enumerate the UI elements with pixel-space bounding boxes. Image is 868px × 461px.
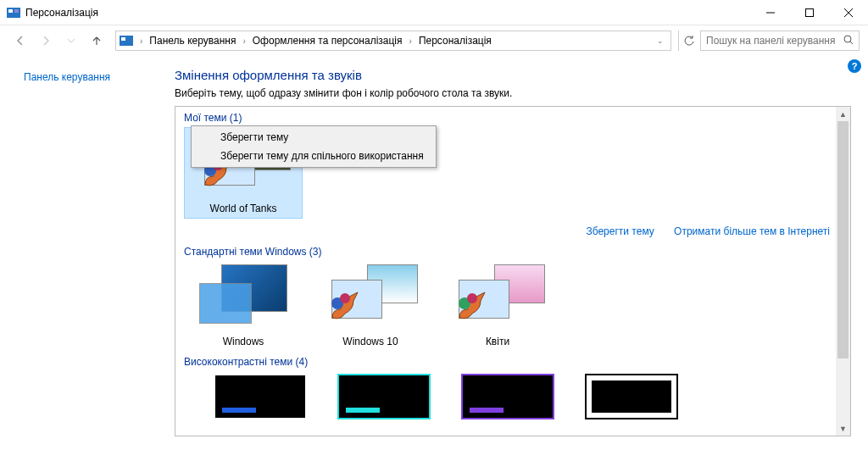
theme-links: Зберегти тему Отримати більше тем в Інте… bbox=[175, 219, 850, 241]
control-panel-icon bbox=[120, 34, 133, 47]
theme-thumb bbox=[447, 264, 548, 332]
theme-thumb bbox=[192, 264, 294, 332]
group-standard-themes: Стандартні теми Windows (3) bbox=[175, 241, 850, 261]
chevron-icon[interactable]: › bbox=[239, 36, 248, 46]
back-button[interactable] bbox=[8, 29, 32, 53]
svg-rect-1 bbox=[8, 9, 13, 13]
close-button[interactable] bbox=[829, 0, 868, 25]
app-icon bbox=[7, 6, 20, 19]
title-bar: Персоналізація bbox=[0, 0, 868, 25]
minimize-button[interactable] bbox=[751, 0, 790, 25]
window-title: Персоналізація bbox=[25, 7, 751, 19]
search-icon[interactable] bbox=[843, 35, 854, 47]
up-button[interactable] bbox=[85, 29, 108, 53]
svg-rect-4 bbox=[806, 8, 814, 16]
toolbar: › Панель керування › Оформлення та персо… bbox=[0, 25, 868, 56]
theme-item-hc4[interactable] bbox=[572, 371, 691, 422]
theme-item-flowers[interactable]: Квіти bbox=[438, 261, 557, 351]
theme-thumb bbox=[320, 264, 421, 332]
chevron-icon[interactable]: › bbox=[406, 36, 415, 46]
sidebar: Панель керування bbox=[0, 56, 161, 461]
breadcrumb-item[interactable]: Персоналізація bbox=[415, 31, 495, 50]
page-subtitle: Виберіть тему, щоб одразу змінити фон і … bbox=[175, 87, 851, 99]
theme-label: Windows 10 bbox=[311, 336, 430, 347]
maximize-button[interactable] bbox=[790, 0, 829, 25]
theme-item-hc2[interactable] bbox=[325, 371, 443, 422]
theme-label: Windows bbox=[184, 336, 303, 347]
context-save-theme[interactable]: Зберегти тему bbox=[193, 128, 434, 147]
chevron-icon[interactable]: › bbox=[136, 36, 146, 46]
theme-area: Мої теми (1) World of Tanks Зберегти тем… bbox=[175, 106, 851, 436]
brush-icon bbox=[328, 288, 362, 322]
save-theme-link[interactable]: Зберегти тему bbox=[586, 225, 654, 237]
theme-label: Квіти bbox=[438, 336, 557, 347]
theme-item-windows[interactable]: Windows bbox=[184, 261, 303, 351]
theme-label: World of Tanks bbox=[185, 203, 302, 214]
svg-line-10 bbox=[850, 42, 853, 44]
refresh-button[interactable] bbox=[678, 31, 698, 51]
scroll-up-icon[interactable]: ▲ bbox=[836, 107, 850, 121]
theme-item-hc1[interactable] bbox=[201, 371, 320, 422]
more-themes-link[interactable]: Отримати більше тем в Інтернеті bbox=[674, 225, 830, 237]
theme-row bbox=[175, 371, 850, 422]
brush-icon bbox=[455, 288, 489, 322]
scroll-down-icon[interactable]: ▼ bbox=[836, 421, 850, 436]
context-save-theme-share[interactable]: Зберегти тему для спільного використання bbox=[193, 147, 434, 165]
theme-row: Windows Windows 10 bbox=[175, 261, 850, 351]
sidebar-home-link[interactable]: Панель керування bbox=[24, 71, 110, 83]
svg-rect-8 bbox=[121, 37, 125, 41]
theme-item-windows10[interactable]: Windows 10 bbox=[311, 261, 430, 351]
search-box[interactable] bbox=[700, 31, 860, 51]
search-input[interactable] bbox=[706, 35, 843, 47]
theme-item-hc3[interactable] bbox=[448, 371, 567, 422]
context-menu: Зберегти тему Зберегти тему для спільног… bbox=[191, 125, 437, 168]
breadcrumb-item[interactable]: Оформлення та персоналізація bbox=[249, 31, 406, 50]
forward-button[interactable] bbox=[34, 29, 58, 53]
svg-point-16 bbox=[467, 293, 477, 303]
main-area: Панель керування Змінення оформлення та … bbox=[0, 56, 868, 461]
svg-rect-2 bbox=[14, 9, 19, 13]
scroll-thumb[interactable] bbox=[837, 121, 849, 358]
page-heading: Змінення оформлення та звуків bbox=[175, 68, 851, 82]
breadcrumb[interactable]: › Панель керування › Оформлення та персо… bbox=[115, 31, 671, 51]
group-hc-themes: Висококонтрастні теми (4) bbox=[175, 351, 850, 371]
svg-point-9 bbox=[844, 36, 851, 42]
recent-dropdown[interactable] bbox=[59, 29, 83, 53]
scrollbar[interactable]: ▲ ▼ bbox=[836, 107, 850, 436]
svg-point-14 bbox=[340, 293, 350, 303]
breadcrumb-item[interactable]: Панель керування bbox=[146, 31, 239, 50]
chevron-down-icon[interactable]: ⌄ bbox=[654, 36, 667, 45]
content: Змінення оформлення та звуків Виберіть т… bbox=[161, 56, 868, 461]
group-my-themes: Мої теми (1) bbox=[175, 107, 850, 127]
